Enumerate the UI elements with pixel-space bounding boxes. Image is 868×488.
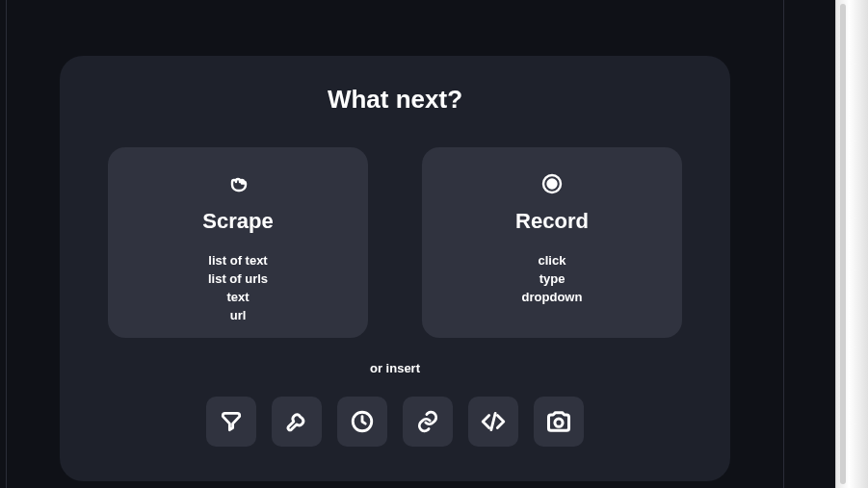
scrape-item-list: list of text list of urls text url [208, 253, 268, 322]
wrench-tool-button[interactable] [272, 397, 322, 447]
link-icon [415, 409, 440, 434]
app-frame: What next? Scrape list of text list of u… [0, 0, 835, 488]
code-icon [481, 409, 506, 434]
clock-tool-button[interactable] [337, 397, 387, 447]
list-item: dropdown [522, 290, 583, 304]
panel-title: What next? [328, 85, 462, 115]
filter-icon [219, 409, 244, 434]
content-area: What next? Scrape list of text list of u… [6, 0, 784, 488]
record-item-list: click type dropdown [522, 253, 583, 304]
scrape-title: Scrape [202, 209, 273, 234]
svg-point-4 [555, 419, 563, 426]
wrench-icon [284, 409, 309, 434]
link-tool-button[interactable] [403, 397, 453, 447]
clock-icon [350, 409, 375, 434]
code-tool-button[interactable] [468, 397, 518, 447]
svg-line-3 [491, 413, 495, 429]
camera-icon [545, 408, 572, 435]
list-item: list of text [208, 253, 267, 268]
scrape-card[interactable]: Scrape list of text list of urls text ur… [108, 147, 368, 338]
filter-tool-button[interactable] [206, 397, 256, 447]
list-item: url [230, 308, 247, 322]
svg-point-1 [548, 180, 557, 189]
record-card[interactable]: Record click type dropdown [422, 147, 682, 338]
list-item: click [539, 253, 566, 268]
what-next-panel: What next? Scrape list of text list of u… [60, 56, 730, 481]
grab-icon [226, 172, 250, 195]
tool-row [206, 397, 584, 447]
list-item: list of urls [208, 271, 268, 286]
list-item: type [539, 271, 566, 286]
option-row: Scrape list of text list of urls text ur… [106, 147, 684, 338]
browser-scrollbar[interactable] [835, 0, 868, 488]
camera-tool-button[interactable] [534, 397, 584, 447]
record-title: Record [515, 209, 589, 234]
list-item: text [226, 290, 249, 304]
record-icon [540, 172, 564, 195]
or-insert-label: or insert [370, 361, 420, 375]
